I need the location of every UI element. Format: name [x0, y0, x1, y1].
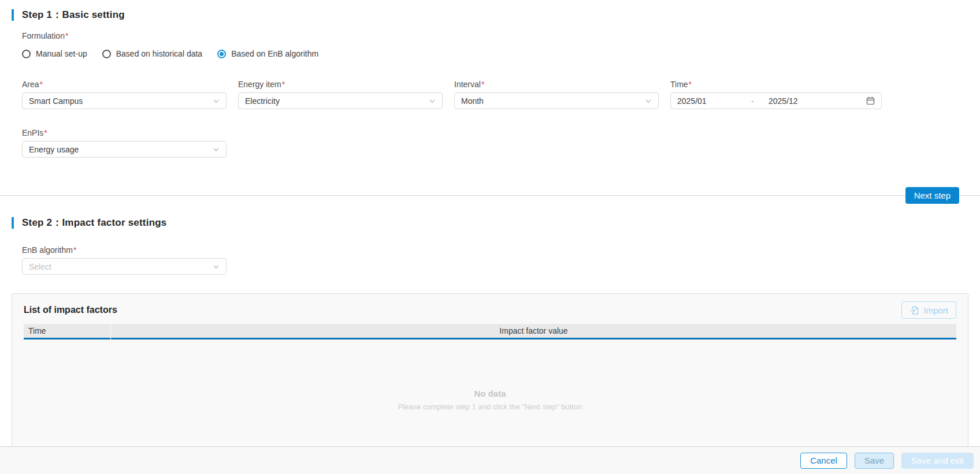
step2-accent-bar: [12, 217, 14, 229]
step1-heading: Step 1：Basic setting: [12, 8, 980, 21]
footer-action-bar: Cancel Save Save and exit: [0, 446, 980, 474]
step1-title: Step 1：Basic setting: [22, 8, 125, 21]
enpis-field: EnPIs* Energy usage: [22, 128, 227, 158]
step2-title: Step 2：Impact factor settings: [22, 216, 166, 229]
empty-state: No data Please complete step 1 and click…: [12, 389, 968, 411]
radio-manual-setup[interactable]: Manual set-up: [22, 49, 87, 58]
enpis-select-value: Energy usage: [29, 145, 79, 154]
save-and-exit-button[interactable]: Save and exit: [901, 453, 974, 469]
enb-algorithm-select[interactable]: Select: [22, 258, 227, 275]
time-field: Time* 2025/01 - 2025/12: [670, 80, 882, 109]
area-select[interactable]: Smart Campus: [22, 92, 227, 109]
step-divider: Next step: [0, 187, 980, 204]
step2-heading: Step 2：Impact factor settings: [12, 216, 980, 229]
enpis-row: EnPIs* Energy usage: [22, 128, 980, 158]
time-range-end[interactable]: 2025/12: [769, 96, 866, 106]
formulation-radio-group: Manual set-up Based on historical data B…: [22, 49, 980, 58]
area-select-value: Smart Campus: [29, 96, 83, 106]
enb-settings-page: Step 1：Basic setting Formulation* Manual…: [0, 0, 980, 474]
area-field: Area* Smart Campus: [22, 80, 227, 109]
required-asterisk: *: [282, 80, 285, 89]
radio-unselected-icon[interactable]: [102, 50, 111, 58]
radio-selected-icon[interactable]: [217, 50, 226, 58]
save-button[interactable]: Save: [855, 453, 894, 469]
required-asterisk: *: [689, 80, 692, 89]
column-header-time: Time: [24, 324, 110, 339]
energy-item-field: Energy item* Electricity: [238, 80, 443, 109]
required-asterisk: *: [40, 80, 43, 89]
required-asterisk: *: [44, 128, 47, 137]
time-range-separator: -: [751, 96, 769, 106]
interval-field: Interval* Month: [454, 80, 659, 109]
step1-fields-row: Area* Smart Campus Energy item* Electric…: [22, 80, 980, 109]
radio-enb-algorithm[interactable]: Based on EnB algorithm: [217, 49, 318, 58]
chevron-down-icon: [645, 98, 652, 104]
divider-line: [0, 195, 980, 196]
enb-algorithm-placeholder: Select: [29, 262, 51, 271]
chevron-down-icon: [213, 98, 220, 104]
chevron-down-icon: [429, 98, 436, 104]
step1-accent-bar: [12, 9, 14, 21]
impact-panel-title: List of impact factors: [24, 305, 117, 315]
import-button-label: Import: [923, 305, 948, 315]
no-data-title: No data: [12, 389, 968, 398]
formulation-label: Formulation*: [22, 31, 980, 40]
impact-factors-panel: List of impact factors Import Time Impac…: [12, 293, 968, 449]
chevron-down-icon: [213, 146, 220, 153]
time-range-start[interactable]: 2025/01: [677, 96, 751, 106]
next-step-button[interactable]: Next step: [905, 187, 959, 204]
import-button[interactable]: Import: [901, 301, 956, 319]
enpis-select[interactable]: Energy usage: [22, 141, 227, 158]
no-data-message: Please complete step 1 and click the "Ne…: [12, 402, 968, 411]
time-range-picker[interactable]: 2025/01 - 2025/12: [670, 92, 882, 109]
energy-item-select[interactable]: Electricity: [238, 92, 443, 109]
impact-panel-header: List of impact factors Import: [12, 294, 968, 319]
required-asterisk: *: [65, 31, 68, 40]
enb-algorithm-label: EnB algorithm*: [22, 245, 980, 255]
required-asterisk: *: [481, 80, 484, 89]
cancel-button[interactable]: Cancel: [800, 453, 847, 469]
column-header-impact-value: Impact factor value: [111, 324, 956, 339]
chevron-down-icon: [213, 263, 220, 270]
interval-select[interactable]: Month: [454, 92, 659, 109]
impact-table-header: Time Impact factor value: [24, 324, 956, 339]
radio-historical-data[interactable]: Based on historical data: [102, 49, 202, 58]
interval-select-value: Month: [461, 96, 484, 106]
radio-unselected-icon[interactable]: [22, 50, 31, 58]
energy-item-select-value: Electricity: [245, 96, 280, 106]
calendar-icon[interactable]: [866, 96, 875, 105]
required-asterisk: *: [73, 245, 76, 255]
import-icon: [910, 305, 919, 315]
